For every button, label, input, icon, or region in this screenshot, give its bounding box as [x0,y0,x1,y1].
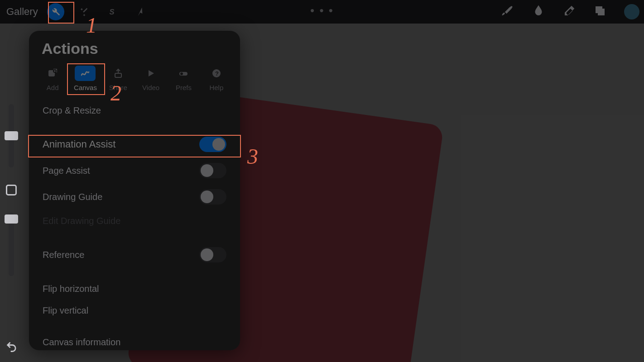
more-menu-button[interactable]: • • • [310,4,334,18]
toggle-knob [201,248,213,261]
actions-tabs: Add Canvas Share Video Prefs [29,64,240,96]
tab-prefs[interactable]: Prefs [168,64,199,96]
undo-button[interactable] [5,340,18,355]
tab-canvas[interactable]: Canvas [70,64,101,96]
page-assist-label: Page Assist [43,166,90,176]
reference-toggle[interactable] [199,247,226,262]
wand-icon [75,3,92,20]
reference-label: Reference [43,250,84,260]
brush-tool-button[interactable] [501,4,514,19]
tab-video-label: Video [142,84,159,91]
row-animation-assist[interactable]: Animation Assist [29,131,240,157]
svg-point-5 [180,72,183,75]
tab-prefs-label: Prefs [176,84,192,91]
smudge-tool-button[interactable] [532,4,545,19]
row-drawing-guide[interactable]: Drawing Guide [29,184,240,210]
animation-assist-toggle[interactable] [199,137,226,152]
drawing-guide-label: Drawing Guide [43,192,102,202]
tab-help[interactable]: ? Help [201,64,232,96]
toggle-knob [201,164,213,177]
opacity-thumb[interactable] [5,214,18,224]
selection-tool-button[interactable]: S [102,2,121,21]
color-picker-button[interactable] [624,4,639,19]
selection-icon: S [103,3,120,20]
brush-size-slider[interactable] [9,104,14,167]
svg-text:?: ? [215,70,219,77]
undo-icon [5,340,18,353]
row-flip-horizontal[interactable]: Flip horizontal [29,278,240,300]
flip-vertical-label: Flip vertical [43,305,88,316]
popover-title: Actions [29,40,240,64]
tab-canvas-label: Canvas [74,84,97,91]
toggle-knob [201,191,213,203]
flip-horizontal-label: Flip horizontal [43,284,99,294]
brush-size-thumb[interactable] [5,131,18,140]
row-reference[interactable]: Reference [29,242,240,268]
eraser-icon [562,4,576,18]
layers-icon [593,4,607,18]
tab-add-label: Add [47,84,59,91]
row-crop-resize[interactable]: Crop & Resize [29,100,240,121]
arrow-icon [131,3,149,20]
canvas-information-label: Canvas information [43,337,120,348]
actions-popover: Actions Add Canvas Share Video [29,31,240,350]
row-page-assist[interactable]: Page Assist [29,157,240,184]
page-assist-toggle[interactable] [199,163,226,178]
animation-assist-label: Animation Assist [43,138,115,150]
svg-rect-3 [115,73,121,77]
add-icon [42,66,63,81]
opacity-slider[interactable] [9,213,14,276]
side-sliders [0,104,23,276]
tab-share-label: Share [109,84,127,91]
tab-share[interactable]: Share [103,64,134,96]
canvas-icon [75,66,96,81]
toolbar-left-group: S [46,2,149,21]
transform-tool-button[interactable] [130,2,149,21]
share-icon [108,66,129,81]
prefs-icon [173,66,194,81]
video-icon [140,66,161,81]
canvas-options-list: Crop & Resize Animation Assist Page Assi… [29,100,240,353]
toolbar-right-group [501,0,639,24]
eraser-tool-button[interactable] [562,4,576,19]
brush-icon [501,4,514,18]
drawing-guide-toggle[interactable] [199,189,226,205]
layers-button[interactable] [593,4,607,19]
tab-add[interactable]: Add [37,64,68,96]
row-flip-vertical[interactable]: Flip vertical [29,300,240,321]
row-edit-drawing-guide: Edit Drawing Guide [29,210,240,232]
row-canvas-information[interactable]: Canvas information [29,331,240,353]
smudge-icon [532,4,545,18]
help-icon: ? [206,66,227,81]
crop-resize-label: Crop & Resize [43,105,101,116]
toggle-knob [212,138,225,151]
top-toolbar: Gallery S • • • [0,0,644,24]
tab-video[interactable]: Video [135,64,166,96]
adjustments-tool-button[interactable] [74,2,93,21]
tab-help-label: Help [209,84,223,91]
actions-tool-button[interactable] [46,2,65,21]
svg-text:S: S [109,8,114,16]
wrench-icon [47,3,64,20]
edit-drawing-guide-label: Edit Drawing Guide [43,216,120,226]
gallery-button[interactable]: Gallery [6,6,38,18]
modify-button[interactable] [6,185,17,195]
